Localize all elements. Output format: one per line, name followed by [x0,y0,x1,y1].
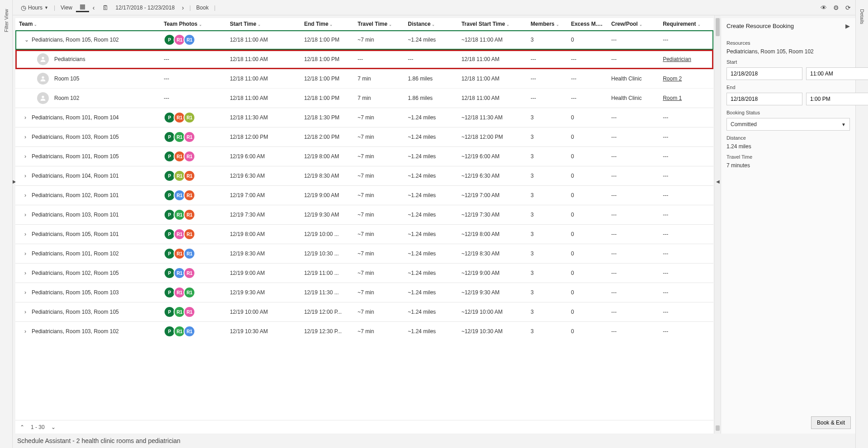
team-photo: R1 [184,306,195,318]
next-range-button[interactable]: › [178,4,188,11]
status-select[interactable]: Committed ▼ [726,118,850,131]
table-row[interactable]: ›Pediatricians, Room 105, Room 101PR1R11… [15,225,713,244]
calendar-icon: 🗓 [102,4,108,11]
col-travel[interactable]: Travel Time⌄ [354,18,404,30]
book-exit-button[interactable]: Book & Exit [811,416,851,429]
requirement-link[interactable]: Pediatrician [663,56,691,62]
table-row[interactable]: ›Pediatricians, Room 101, Room 105PR1R11… [15,147,713,166]
team-photo: R1 [184,209,195,221]
col-req[interactable]: Requirement⌄ [659,18,713,30]
col-crew[interactable]: Crew/Pool⌄ [608,18,659,30]
view-grid-button[interactable]: ▦ [76,3,89,12]
team-photo: R1 [184,151,195,162]
team-photo: R1 [184,267,195,279]
table-child-row[interactable]: Room 105---12/18 11:00 AM12/18 1:00 PM7 … [15,69,713,89]
table-row[interactable]: ›Pediatricians, Room 105, Room 103PR1R11… [15,283,713,302]
table-row[interactable]: ›Pediatricians, Room 102, Room 101PR1R11… [15,186,713,205]
team-photo: R1 [184,228,195,240]
requirement-link[interactable]: Room 1 [663,95,682,101]
table-row[interactable]: ›Pediatricians, Room 103, Room 105PR1R11… [15,127,713,147]
date-range[interactable]: 12/17/2018 - 12/23/2018 [112,5,179,11]
chevron-right-icon[interactable]: › [24,134,29,140]
prev-range-button[interactable]: ‹ [89,4,99,11]
col-photos[interactable]: Team Photos⌄ [160,18,226,30]
booking-panel: Create Resource Booking ▶ Resources Pedi… [721,18,855,434]
end-time-input[interactable] [806,93,868,105]
svg-point-2 [42,96,44,98]
svg-point-1 [42,76,44,79]
col-dist[interactable]: Distance⌄ [404,18,458,30]
grid-scrollbar[interactable] [714,15,721,434]
chevron-right-icon[interactable]: › [24,231,29,237]
chevron-right-icon: › [182,4,184,11]
hours-dropdown[interactable]: ◷ Hours ▼ [17,4,52,11]
col-excess[interactable]: Excess M...⌄ [567,18,608,30]
pager-range: 1 - 30 [31,424,45,430]
distance-value: 1.24 miles [726,143,850,150]
chevron-right-icon[interactable]: › [24,173,29,179]
col-start[interactable]: Start Time⌄ [226,18,300,30]
team-photo: R1 [184,325,195,337]
chevron-right-icon[interactable]: › [24,212,29,218]
table-row[interactable]: ›Pediatricians, Room 102, Room 105PR1R11… [15,264,713,283]
book-button[interactable]: Book [193,5,212,11]
table-row[interactable]: ›Pediatricians, Room 103, Room 105PR1R11… [15,302,713,322]
chevron-right-icon[interactable]: › [24,270,29,276]
results-grid: Team⌄ Team Photos⌄ Start Time⌄ End Time⌄… [15,18,713,434]
table-row[interactable]: ›Pediatricians, Room 103, Room 102PR1R11… [15,322,713,341]
status-label: Booking Status [726,110,850,115]
col-team[interactable]: Team⌄ [15,18,160,30]
table-row[interactable]: ⌄Pediatricians, Room 105, Room 102PR1R11… [15,30,713,50]
chevron-right-icon[interactable]: › [24,309,29,315]
chevron-down-icon: ▼ [841,122,846,127]
calendar-icon-button[interactable]: 🗓 [99,4,112,11]
panel-title: Create Resource Booking [726,23,794,29]
team-photo: R1 [184,248,195,259]
pager-down-icon[interactable]: ⌄ [51,424,56,430]
filter-view-tab[interactable]: Filter View [0,0,13,448]
chevron-right-icon[interactable]: › [24,328,29,335]
chevron-down-icon[interactable]: ⌄ [24,37,29,43]
panel-expand-handle-left[interactable]: ◀ [715,178,721,184]
chevron-right-icon[interactable]: › [24,289,29,296]
chevron-right-icon[interactable]: › [24,250,29,257]
eye-icon[interactable]: 👁 [821,4,827,11]
distance-label: Distance [726,135,850,141]
avatar [37,53,49,65]
table-row[interactable]: ›Pediatricians, Room 101, Room 104PR1R11… [15,108,713,127]
table-child-row[interactable]: Room 102---12/18 11:00 AM12/18 1:00 PM7 … [15,89,713,108]
requirement-link[interactable]: Room 2 [663,75,682,82]
table-child-row[interactable]: Pediatricians---12/18 11:00 AM12/18 1:00… [15,50,713,69]
col-tstart[interactable]: Travel Start Time⌄ [458,18,527,30]
team-photo: R1 [184,131,195,143]
table-row[interactable]: ›Pediatricians, Room 104, Room 101PR1R11… [15,166,713,186]
travel-value: 7 minutes [726,162,850,169]
team-photo: R1 [184,170,195,182]
chevron-right-icon[interactable]: › [24,153,29,160]
col-members[interactable]: Members⌄ [527,18,567,30]
table-row[interactable]: ›Pediatricians, Room 103, Room 101PR1R11… [15,205,713,225]
team-photo: R1 [184,189,195,201]
refresh-icon[interactable]: ⟳ [845,4,851,11]
chevron-right-icon[interactable]: › [24,192,29,198]
pager-up-icon[interactable]: ⌃ [20,424,24,430]
start-time-input[interactable] [806,67,868,80]
panel-collapse-icon[interactable]: ▶ [845,23,850,29]
end-label: End [726,85,850,90]
resources-label: Resources [726,40,850,46]
chevron-down-icon: ▼ [44,5,48,10]
grid-icon: ▦ [80,3,85,10]
avatar [37,73,49,85]
pager: ⌃ 1 - 30 ⌄ [15,420,713,434]
col-end[interactable]: End Time⌄ [301,18,354,30]
gear-icon[interactable]: ⚙ [833,4,839,11]
team-photo: R1 [184,112,195,123]
chevron-right-icon[interactable]: › [24,114,29,121]
resources-value: Pediatricians, Room 105, Room 102 [726,48,850,55]
table-row[interactable]: ›Pediatricians, Room 101, Room 102PR1R11… [15,244,713,264]
page-caption: Schedule Assistant - 2 health clinic roo… [13,434,855,448]
end-date-input[interactable] [726,93,802,105]
start-date-input[interactable] [726,67,802,80]
toolbar: ◷ Hours ▼ | View ▦ ‹ 🗓 12/17/2018 - 12/2… [13,0,855,15]
avatar [37,92,49,104]
